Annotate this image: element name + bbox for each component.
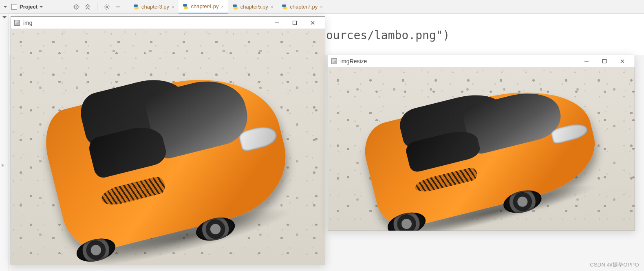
tab-label: chapter7.py [290, 4, 318, 10]
titlebar[interactable]: img [11, 17, 325, 29]
locate-target-icon[interactable] [73, 3, 80, 11]
svg-point-1 [76, 6, 77, 7]
close-icon[interactable]: × [320, 4, 322, 9]
project-dropdown[interactable]: Project [20, 4, 45, 10]
dropdown-caret-icon [39, 6, 43, 8]
minimize-button[interactable] [268, 17, 286, 29]
opencv-window-img: img [11, 16, 325, 265]
side-expand-icon[interactable] [2, 163, 4, 167]
tab-chapter7[interactable]: chapter7.py × [278, 0, 327, 13]
tool-window-gutter [0, 14, 9, 271]
close-icon[interactable]: × [172, 4, 174, 9]
collapse-all-icon[interactable] [84, 3, 91, 11]
gear-icon[interactable] [103, 3, 110, 11]
tab-chapter3[interactable]: chapter3.py × [129, 0, 179, 13]
editor-tabs: chapter3.py × chapter4.py × chapter5.py … [129, 0, 327, 13]
tab-label: chapter4.py [191, 3, 218, 9]
svg-line-12 [105, 5, 105, 5]
close-icon[interactable]: × [221, 4, 223, 9]
python-file-icon [232, 4, 238, 10]
python-file-icon [282, 4, 287, 10]
tab-chapter5[interactable]: chapter5.py × [228, 0, 278, 13]
svg-rect-22 [603, 59, 607, 63]
svg-line-14 [105, 8, 105, 9]
opencv-window-imgresize: imgResize [328, 55, 635, 231]
titlebar[interactable]: imgResize [328, 55, 635, 67]
maximize-button[interactable] [286, 17, 304, 29]
code-fragment: ources/lambo.png") [326, 29, 450, 42]
svg-point-7 [106, 6, 108, 7]
window-title: imgResize [340, 58, 578, 64]
window-title: img [23, 20, 268, 26]
minimize-button[interactable] [578, 56, 595, 67]
python-file-icon [133, 4, 139, 10]
app-icon [331, 58, 337, 64]
tab-chapter4[interactable]: chapter4.py × [179, 0, 228, 13]
close-button[interactable] [304, 17, 322, 29]
project-label: Project [20, 4, 37, 10]
ide-toolbar: Project chapter3.py × chapter4.py × [0, 0, 644, 14]
app-icon [14, 20, 20, 26]
image-canvas [11, 29, 325, 265]
maximize-button[interactable] [595, 56, 613, 67]
svg-rect-18 [293, 21, 297, 24]
svg-line-15 [108, 5, 109, 5]
hide-icon[interactable] [115, 3, 122, 11]
close-icon[interactable]: × [271, 4, 273, 9]
tool-window-toggle-icon[interactable] [3, 6, 7, 8]
python-file-icon [183, 4, 188, 9]
tab-label: chapter5.py [240, 4, 268, 10]
watermark: CSDN @振华OPPO [590, 261, 639, 269]
image-canvas [328, 67, 635, 231]
project-icon [11, 4, 17, 10]
collapse-caret-icon[interactable] [2, 16, 7, 18]
close-button[interactable] [613, 56, 631, 67]
tab-label: chapter3.py [141, 4, 169, 10]
svg-line-13 [108, 8, 109, 9]
